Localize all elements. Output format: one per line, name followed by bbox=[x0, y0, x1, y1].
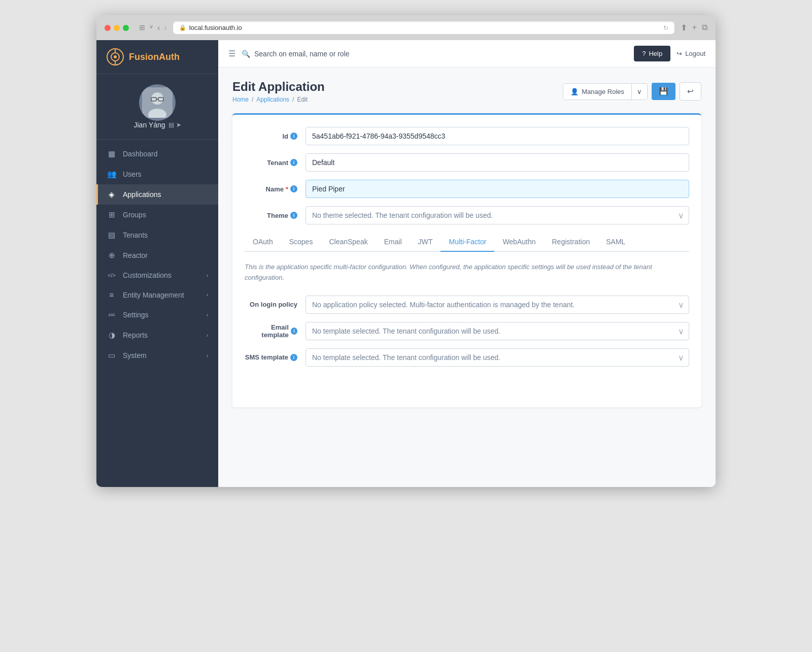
tab-cleanspeak[interactable]: CleanSpeak bbox=[321, 233, 376, 252]
id-info-icon[interactable]: i bbox=[290, 133, 297, 140]
sidebar-item-customizations[interactable]: </> Customizations › bbox=[96, 266, 218, 285]
tenant-label: Tenant i bbox=[245, 159, 306, 167]
close-dot[interactable] bbox=[105, 25, 111, 31]
sidebar-item-label: Dashboard bbox=[123, 150, 158, 158]
name-input[interactable] bbox=[306, 180, 689, 198]
sidebar-logo: FusionAuth bbox=[96, 40, 218, 74]
new-tab-icon[interactable]: + bbox=[692, 23, 697, 32]
refresh-icon[interactable]: ↻ bbox=[663, 24, 668, 31]
minimize-dot[interactable] bbox=[114, 25, 120, 31]
sidebar-nav: ▦ Dashboard 👥 Users ◈ Applications ⊞ Gro… bbox=[96, 140, 218, 487]
app-layout: FusionAuth Jian bbox=[96, 40, 716, 487]
theme-select-wrapper: No theme selected. The tenant configurat… bbox=[306, 206, 689, 224]
sidebar: FusionAuth Jian bbox=[96, 40, 218, 487]
sidebar-item-dashboard[interactable]: ▦ Dashboard bbox=[96, 144, 218, 164]
chevron-right-icon: › bbox=[207, 292, 208, 298]
page-header-left: Edit Application Home / Applications / E… bbox=[232, 80, 325, 103]
help-button[interactable]: ? Help bbox=[634, 46, 670, 61]
name-info-icon[interactable]: i bbox=[290, 185, 297, 192]
browser-titlebar: ⊞ ∨ ‹ › 🔒 local.fusionauth.io ↻ ⬆ + ⧉ bbox=[96, 15, 716, 40]
theme-label: Theme i bbox=[245, 212, 306, 219]
email-template-select[interactable]: No template selected. The tenant configu… bbox=[306, 322, 689, 340]
sms-template-info-icon[interactable]: i bbox=[290, 354, 297, 361]
save-button[interactable]: 💾 bbox=[652, 83, 675, 100]
profile-card-icon[interactable]: ▤ bbox=[168, 121, 174, 128]
tenant-input[interactable] bbox=[306, 153, 689, 172]
breadcrumb-applications[interactable]: Applications bbox=[256, 96, 289, 103]
sidebar-item-label: Reports bbox=[123, 331, 148, 339]
sidebar-item-reactor[interactable]: ⊕ Reactor bbox=[96, 245, 218, 266]
card-bottom-spacer bbox=[245, 375, 689, 395]
reactor-icon: ⊕ bbox=[107, 251, 117, 260]
forward-arrow-icon[interactable]: › bbox=[164, 23, 166, 32]
on-login-policy-row: On login policy No application policy se… bbox=[245, 296, 689, 314]
on-login-policy-select[interactable]: No application policy selected. Multi-fa… bbox=[306, 296, 689, 314]
lock-icon: 🔒 bbox=[179, 24, 186, 31]
sidebar-item-label: Applications bbox=[123, 190, 161, 199]
sidebar-item-label: Settings bbox=[123, 311, 149, 319]
sidebar-item-users[interactable]: 👥 Users bbox=[96, 164, 218, 184]
theme-select[interactable]: No theme selected. The tenant configurat… bbox=[306, 206, 689, 224]
manage-roles-button-group: 👤 Manage Roles ∨ bbox=[563, 83, 648, 100]
theme-field-row: Theme i No theme selected. The tenant co… bbox=[245, 206, 689, 224]
logo-fusion: Fusion bbox=[129, 52, 159, 62]
tab-scopes[interactable]: Scopes bbox=[281, 233, 321, 252]
breadcrumb-current: Edit bbox=[297, 96, 308, 103]
maximize-dot[interactable] bbox=[123, 25, 129, 31]
sidebar-item-label: Tenants bbox=[123, 231, 148, 239]
sidebar-item-applications[interactable]: ◈ Applications bbox=[96, 184, 218, 205]
manage-roles-button[interactable]: 👤 Manage Roles bbox=[563, 84, 631, 100]
email-template-info-icon[interactable]: i bbox=[291, 328, 297, 335]
page-header-right: 👤 Manage Roles ∨ 💾 ↩ bbox=[563, 82, 701, 101]
logo-text: FusionAuth bbox=[129, 52, 180, 62]
tab-registration[interactable]: Registration bbox=[544, 233, 598, 252]
email-template-select-wrapper: No template selected. The tenant configu… bbox=[306, 322, 689, 340]
manage-roles-dropdown-button[interactable]: ∨ bbox=[631, 84, 647, 100]
sidebar-item-tenants[interactable]: ▤ Tenants bbox=[96, 225, 218, 245]
chevron-right-icon: › bbox=[207, 312, 208, 318]
chevron-down-icon[interactable]: ∨ bbox=[149, 23, 153, 32]
sidebar-toggle-icon[interactable]: ⊞ bbox=[139, 23, 145, 32]
tab-webauthn[interactable]: WebAuthn bbox=[494, 233, 544, 252]
sms-template-select[interactable]: No template selected. The tenant configu… bbox=[306, 348, 689, 367]
tabs-icon[interactable]: ⧉ bbox=[702, 23, 707, 32]
theme-info-icon[interactable]: i bbox=[290, 212, 297, 219]
tab-oauth[interactable]: OAuth bbox=[245, 233, 281, 252]
search-bar[interactable]: 🔍 bbox=[242, 50, 628, 58]
tab-email[interactable]: Email bbox=[376, 233, 410, 252]
id-input[interactable] bbox=[306, 127, 689, 145]
search-input[interactable] bbox=[254, 50, 628, 58]
back-arrow-icon[interactable]: ‹ bbox=[157, 23, 160, 32]
breadcrumb-home[interactable]: Home bbox=[232, 96, 249, 103]
tenant-info-icon[interactable]: i bbox=[290, 159, 297, 166]
profile-name: Jian Yáng ▤ ➤ bbox=[133, 121, 181, 129]
logo-auth: Auth bbox=[159, 52, 180, 62]
back-button[interactable]: ↩ bbox=[680, 82, 701, 101]
logout-button[interactable]: ↪ Logout bbox=[676, 50, 705, 57]
menu-icon[interactable]: ☰ bbox=[228, 49, 235, 58]
page-body: Edit Application Home / Applications / E… bbox=[218, 68, 716, 487]
sidebar-item-groups[interactable]: ⊞ Groups bbox=[96, 205, 218, 225]
main-content: ☰ 🔍 ? Help ↪ Logout bbox=[218, 40, 716, 487]
groups-icon: ⊞ bbox=[107, 210, 117, 219]
sidebar-item-reports[interactable]: ◑ Reports › bbox=[96, 325, 218, 345]
breadcrumb-separator: / bbox=[252, 96, 253, 103]
search-icon: 🔍 bbox=[242, 50, 250, 58]
share-icon[interactable]: ⬆ bbox=[681, 23, 687, 32]
browser-nav-controls: ⊞ ∨ ‹ › bbox=[139, 23, 167, 32]
tab-saml[interactable]: SAML bbox=[598, 233, 633, 252]
sidebar-item-system[interactable]: ▭ System › bbox=[96, 345, 218, 366]
sidebar-item-label: Entity Management bbox=[123, 291, 184, 299]
sidebar-item-label: Customizations bbox=[123, 271, 172, 279]
svg-point-2 bbox=[114, 55, 117, 58]
sidebar-item-settings[interactable]: ≔ Settings › bbox=[96, 305, 218, 325]
on-login-policy-select-wrapper: No application policy selected. Multi-fa… bbox=[306, 296, 689, 314]
tab-jwt[interactable]: JWT bbox=[410, 233, 441, 252]
name-field-row: Name* i bbox=[245, 180, 689, 198]
user-icon: 👤 bbox=[570, 88, 579, 95]
sidebar-item-entity-management[interactable]: ≡ Entity Management › bbox=[96, 285, 218, 305]
profile-arrow-icon[interactable]: ➤ bbox=[176, 121, 181, 128]
address-bar[interactable]: 🔒 local.fusionauth.io ↻ bbox=[173, 21, 674, 34]
tab-multi-factor[interactable]: Multi-Factor bbox=[441, 233, 494, 252]
email-template-row: Email template i No template selected. T… bbox=[245, 322, 689, 340]
